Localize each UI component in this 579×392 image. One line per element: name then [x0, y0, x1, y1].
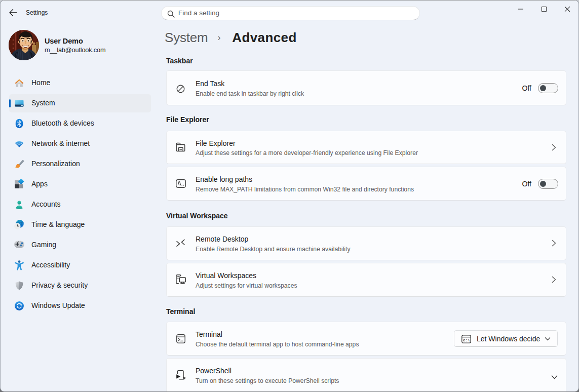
- svg-text:c:\: c:\: [463, 338, 470, 342]
